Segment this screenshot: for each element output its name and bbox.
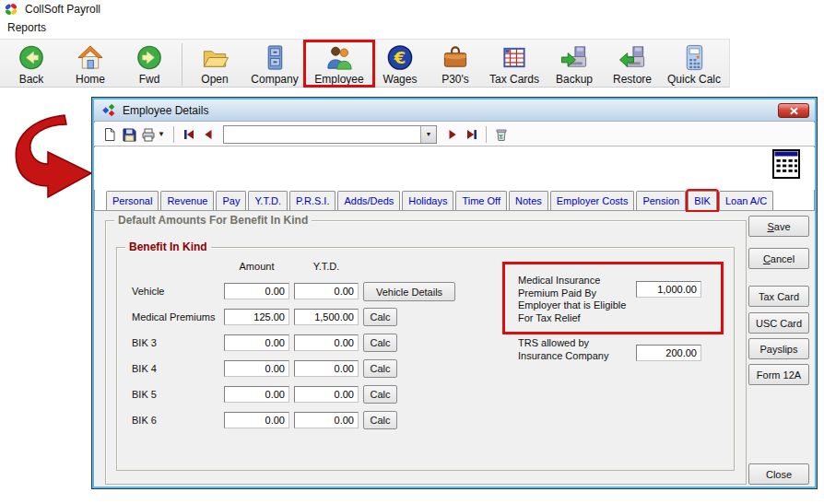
row-label: BIK 6 [132,415,157,426]
medical-insurance-label: Medical Insurance Premium Paid By Employ… [518,275,626,324]
toolbar-button-restore[interactable]: Restore [604,41,661,86]
vehicle-details-button[interactable]: Vehicle Details [363,282,455,301]
save-button[interactable]: Save [748,216,809,237]
medical-insurance-premium-input[interactable] [636,281,701,298]
tab-prsi[interactable]: P.R.S.I. [289,191,335,210]
row-label: Medical Premiums [132,311,215,322]
tab-bik[interactable]: BIK [688,191,717,210]
dialog-close-button[interactable] [778,103,809,118]
toolbar-button-open[interactable]: Open [185,41,244,86]
tab-notes[interactable]: Notes [509,191,548,210]
vehicle-ytd-input[interactable] [294,283,359,299]
bik-row-4: BIK 4 Calc [117,360,734,381]
bik4-ytd-input[interactable] [294,360,359,377]
default-amounts-group-title: Default Amounts For Benefit In Kind [114,214,312,227]
row-label: BIK 5 [132,389,157,400]
tab-time-off[interactable]: Time Off [455,191,507,210]
toolbar-separator [486,126,487,143]
toolbar-button-backup[interactable]: Backup [545,41,604,86]
form-12a-button[interactable]: Form 12A [748,364,809,385]
svg-text:€: € [394,48,406,67]
tab-personal[interactable]: Personal [106,191,159,210]
tax-card-button[interactable]: Tax Card [748,286,809,307]
bik6-amount-input[interactable] [224,412,289,428]
bik6-calc-button[interactable]: Calc [363,411,397,429]
row-label: BIK 3 [132,337,157,348]
p30s-briefcase-icon [441,43,470,72]
bik3-amount-input[interactable] [224,334,289,351]
recycle-bin-icon [493,126,510,143]
toolbar-button-wages[interactable]: € Wages [373,41,427,86]
tax-cards-table-icon [500,43,529,72]
bik5-ytd-input[interactable] [294,386,359,403]
tab-pay[interactable]: Pay [216,191,246,210]
medical-premiums-amount-input[interactable] [224,309,289,325]
toolbar-button-back[interactable]: Back [2,41,61,86]
toolbar-button-home[interactable]: Home [61,41,120,86]
previous-record-button[interactable] [198,125,218,144]
tab-adds-deds[interactable]: Adds/Deds [337,191,400,210]
employee-details-tabs: Personal Revenue Pay Y.T.D. P.R.S.I. Add… [106,191,775,210]
new-document-icon [102,127,117,142]
bik4-amount-input[interactable] [224,360,289,377]
bik3-calc-button[interactable]: Calc [363,334,397,352]
trs-allowed-input[interactable] [636,345,701,361]
tab-revenue[interactable]: Revenue [160,191,214,210]
dialog-toolbar: ▼ ▼ [94,123,815,147]
next-record-button[interactable] [442,125,462,144]
grid-table-icon[interactable] [772,149,800,179]
application-window: CollSoft Payroll Reports Back Home Fw [0,0,824,504]
amount-column-header: Amount [224,261,289,272]
bik3-ytd-input[interactable] [294,334,359,351]
tab-pension[interactable]: Pension [636,191,686,210]
delete-record-button[interactable] [491,125,511,144]
save-record-button[interactable] [119,125,138,144]
combobox-dropdown-button[interactable]: ▼ [420,126,436,143]
restore-icon [618,43,647,72]
toolbar-button-fwd[interactable]: Fwd [120,41,179,86]
close-button[interactable]: Close [748,463,809,485]
toolbar-button-p30s[interactable]: P30's [427,41,484,86]
print-dropdown-caret[interactable]: ▼ [158,130,169,138]
medical-premiums-ytd-input[interactable] [294,309,359,325]
usc-card-button[interactable]: USC Card [748,312,809,334]
tab-loan-ac[interactable]: Loan A/C [719,191,773,210]
vehicle-amount-input[interactable] [224,283,289,299]
first-record-button[interactable] [179,125,198,144]
bik5-amount-input[interactable] [224,386,289,403]
toolbar-separator [182,43,182,86]
employee-people-icon [324,43,354,72]
bik-row-6: BIK 6 Calc [117,412,734,432]
tab-employer-costs[interactable]: Employer Costs [550,191,635,210]
bik4-calc-button[interactable]: Calc [363,359,397,378]
tab-ytd[interactable]: Y.T.D. [248,191,288,210]
dialog-titlebar[interactable]: Employee Details [94,100,815,122]
new-record-button[interactable] [100,125,119,144]
back-icon [17,43,46,72]
window-title: CollSoft Payroll [25,3,100,16]
toolbar-button-employee[interactable]: Employee [305,41,373,86]
window-titlebar: CollSoft Payroll [4,2,100,17]
print-button[interactable] [138,125,158,144]
toolbar-button-company[interactable]: Company [244,41,305,86]
cancel-button[interactable]: Cancel [748,248,809,269]
bik-row-5: BIK 5 Calc [117,386,734,406]
quick-calc-calculator-icon [679,43,709,72]
row-label: Vehicle [132,286,164,297]
menu-item-reports[interactable]: Reports [7,21,46,34]
toolbar-button-tax-cards[interactable]: Tax Cards [484,41,545,86]
employee-record-input[interactable] [224,126,420,143]
bik5-calc-button[interactable]: Calc [363,385,397,404]
medical-premiums-calc-button[interactable]: Calc [363,308,397,326]
payslips-button[interactable]: Payslips [748,338,809,359]
toolbar-separator [173,126,174,143]
backup-icon [559,43,589,72]
bik6-ytd-input[interactable] [294,412,359,428]
toolbar-button-quick-calc[interactable]: Quick Calc [661,41,727,86]
collsoft-diamonds-icon [101,103,116,118]
tab-holidays[interactable]: Holidays [402,191,453,210]
trs-allowed-label: TRS allowed by Insurance Company [518,337,608,362]
last-record-button[interactable] [462,125,481,144]
employee-record-combobox[interactable]: ▼ [223,125,437,144]
first-record-icon [182,127,196,142]
